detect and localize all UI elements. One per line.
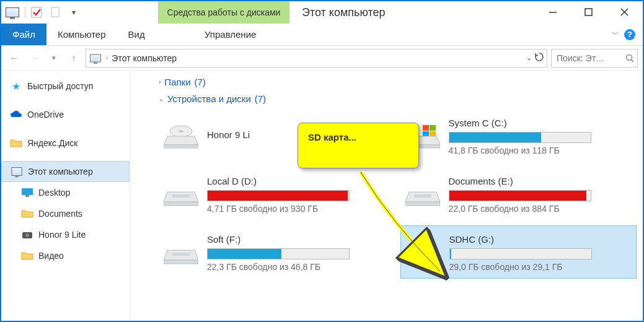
refresh-button[interactable]: [534, 52, 544, 64]
content-pane: › Папки (7) ⌄ Устройства и диски (7) Hon…: [130, 71, 643, 321]
nav-up-button[interactable]: ↑: [66, 50, 82, 66]
svg-rect-30: [172, 253, 190, 256]
tab-computer[interactable]: Компьютер: [46, 24, 117, 45]
maximize-button[interactable]: [571, 1, 607, 24]
svg-rect-23: [164, 202, 198, 206]
close-button[interactable]: [607, 1, 643, 24]
svg-rect-26: [405, 202, 440, 206]
window-controls: [535, 1, 643, 24]
usage-bar: [449, 190, 591, 201]
svg-point-13: [179, 130, 183, 133]
drive-free-text: 22,3 ГБ свободно из 46,8 ГБ: [207, 262, 390, 272]
usage-bar: [207, 190, 350, 201]
qat-divider: [25, 7, 25, 18]
group-count: (7): [195, 77, 206, 87]
svg-rect-33: [423, 242, 425, 245]
ribbon-expand-icon[interactable]: ﹀: [612, 29, 619, 40]
nav-label: Яндекс.Диск: [27, 138, 77, 148]
svg-rect-27: [414, 194, 431, 198]
usage-bar: [449, 132, 591, 143]
search-input[interactable]: [555, 53, 625, 64]
minimize-icon: [549, 8, 557, 17]
system-icon[interactable]: [4, 4, 21, 21]
drive-free-text: 29,0 ГБ свободно из 29,1 ГБ: [449, 262, 632, 272]
search-box[interactable]: [551, 49, 638, 67]
drive-docse[interactable]: Documents (E:)22,0 ГБ свободно из 884 ГБ: [400, 167, 637, 220]
drive-systemc[interactable]: System C (C:)41,8 ГБ свободно из 118 ГБ: [400, 109, 637, 162]
drive-icon: [164, 176, 198, 211]
minimize-button[interactable]: [535, 1, 571, 24]
svg-rect-3: [585, 9, 592, 15]
qat-newfolder-button[interactable]: [46, 4, 64, 21]
address-actions: ⌄: [526, 52, 544, 64]
folder-icon: [21, 207, 33, 220]
pc-icon: [6, 7, 19, 17]
nav-recent-button[interactable]: ▾: [46, 50, 62, 66]
nav-forward-button[interactable]: →: [26, 50, 42, 66]
nav-desktop[interactable]: Desktop: [1, 182, 130, 203]
address-location[interactable]: Этот компьютер: [112, 53, 177, 63]
drive-info: Local D (D:)4,71 ГБ свободно из 930 ГБ: [207, 175, 390, 214]
svg-rect-8: [22, 188, 33, 195]
qat-customize-button[interactable]: ▾: [65, 4, 82, 21]
desktop-icon: [21, 186, 33, 199]
group-folders-header[interactable]: › Папки (7): [136, 74, 637, 92]
nav-this-pc[interactable]: Этот компьютер: [1, 161, 130, 182]
address-bar[interactable]: › Этот компьютер ⌄: [86, 49, 547, 67]
nav-documents[interactable]: Documents: [1, 203, 130, 224]
body: ★ Быстрый доступ OneDrive Яндекс.Диск Эт…: [1, 71, 643, 321]
drive-name: SDHC (G:): [449, 234, 632, 245]
drive-info: Documents (E:)22,0 ГБ свободно из 884 ГБ: [449, 175, 632, 214]
explorer-window: ▾ Средства работы с дисками Этот компьют…: [0, 0, 644, 322]
folder-icon: [21, 250, 33, 262]
drive-name: Local D (D:): [207, 176, 390, 186]
nav-label: Honor 9 Lite: [38, 230, 86, 240]
nav-video[interactable]: Видео: [1, 245, 130, 266]
help-button[interactable]: ?: [624, 29, 635, 40]
ribbon-right: ﹀ ?: [612, 24, 643, 45]
address-dropdown-icon[interactable]: ⌄: [526, 54, 532, 62]
window-title: Этот компьютер: [302, 6, 386, 19]
tab-file[interactable]: Файл: [1, 24, 46, 45]
drive-icon: [405, 176, 440, 211]
drive-locald[interactable]: Local D (D:)4,71 ГБ свободно из 930 ГБ: [159, 167, 395, 220]
group-drives-header[interactable]: ⌄ Устройства и диски (7): [136, 92, 637, 109]
svg-rect-32: [421, 242, 422, 245]
group-label: Папки: [164, 77, 190, 87]
usage-bar: [449, 248, 592, 259]
svg-point-11: [25, 233, 29, 237]
usage-bar: [207, 248, 350, 259]
refresh-icon: [534, 52, 544, 62]
annotation-callout: SD карта...: [298, 123, 419, 168]
svg-line-7: [632, 59, 633, 62]
drive-sdhcg[interactable]: SDHCSDHC (G:)29,0 ГБ свободно из 29,1 ГБ: [400, 225, 637, 279]
address-row: ← → ▾ ↑ › Этот компьютер ⌄: [1, 46, 643, 71]
svg-marker-14: [164, 136, 198, 145]
drive-free-text: 4,71 ГБ свободно из 930 ГБ: [207, 204, 390, 214]
nav-yandexdisk[interactable]: Яндекс.Диск: [1, 133, 130, 154]
tab-view[interactable]: Вид: [117, 24, 156, 45]
svg-point-6: [627, 54, 632, 60]
drive-softf[interactable]: Soft (F:)22,3 ГБ свободно из 46,8 ГБ: [159, 225, 395, 279]
tab-manage[interactable]: Управление: [165, 24, 296, 45]
svg-rect-15: [164, 145, 198, 148]
nav-label: Видео: [38, 251, 64, 261]
nav-label: Documents: [38, 209, 82, 219]
star-icon: ★: [10, 80, 22, 92]
device-icon: [21, 228, 33, 241]
nav-label: Этот компьютер: [28, 167, 93, 176]
folder-icon: [10, 137, 22, 149]
svg-rect-17: [430, 125, 436, 131]
nav-quick-access[interactable]: ★ Быстрый доступ: [1, 76, 130, 97]
chevron-down-icon: ⌄: [159, 95, 164, 102]
drive-name: Soft (F:): [207, 234, 390, 245]
nav-honor[interactable]: Honor 9 Lite: [1, 224, 130, 245]
qat-properties-button[interactable]: [28, 4, 45, 21]
drive-info: System C (C:)41,8 ГБ свободно из 118 ГБ: [449, 116, 632, 155]
nav-pane: ★ Быстрый доступ OneDrive Яндекс.Диск Эт…: [1, 71, 130, 321]
nav-back-button[interactable]: ←: [6, 50, 22, 66]
svg-rect-24: [172, 194, 190, 198]
drive-icon: [164, 235, 198, 269]
nav-onedrive[interactable]: OneDrive: [1, 104, 130, 125]
svg-rect-34: [425, 242, 426, 245]
